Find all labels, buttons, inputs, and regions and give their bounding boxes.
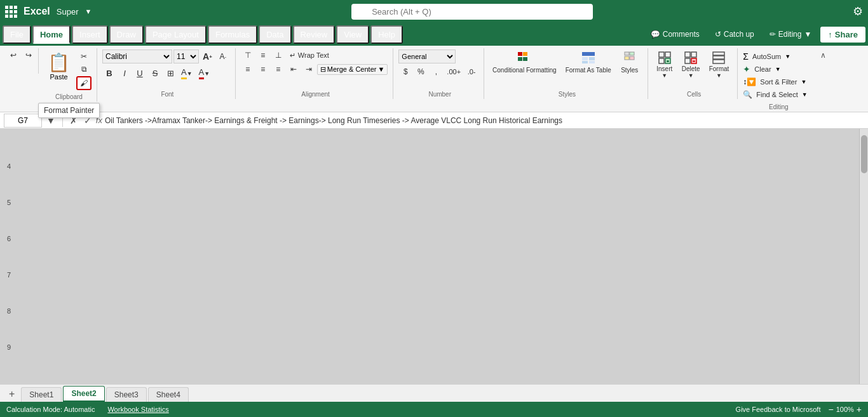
insert-dropdown-icon[interactable]: ▼ bbox=[661, 72, 667, 79]
cell-styles-button[interactable]: Styles bbox=[617, 50, 642, 76]
insert-cells-button[interactable]: Insert ▼ bbox=[653, 50, 676, 81]
workbook-stats[interactable]: Workbook Statistics bbox=[107, 406, 168, 413]
menu-help[interactable]: Help bbox=[370, 25, 403, 44]
menu-formulas[interactable]: Formulas bbox=[208, 25, 257, 44]
fill-color-button[interactable]: A▼ bbox=[179, 66, 195, 81]
row-numbers: 4 5 6 7 8 9 bbox=[0, 129, 13, 384]
format-table-button[interactable]: Format As Table bbox=[562, 50, 614, 76]
format-painter-button[interactable]: 🖌 bbox=[76, 76, 92, 90]
sort-filter-dropdown[interactable]: ▼ bbox=[801, 79, 806, 85]
add-sheet-button[interactable]: + bbox=[4, 387, 20, 402]
percent-button[interactable]: % bbox=[414, 66, 428, 77]
svg-rect-24 bbox=[713, 52, 724, 55]
copy-button[interactable]: ⧉ bbox=[76, 63, 92, 75]
paste-button[interactable]: 📋 Paste bbox=[44, 50, 74, 83]
styles-label: Styles bbox=[487, 91, 648, 98]
undo-button[interactable]: ↩ bbox=[6, 50, 20, 61]
comma-button[interactable]: , bbox=[429, 66, 443, 77]
format-dropdown-icon[interactable]: ▼ bbox=[716, 72, 722, 79]
user-dropdown-icon[interactable]: ▼ bbox=[85, 8, 92, 15]
share-button[interactable]: ↑ Share bbox=[820, 27, 865, 43]
underline-button[interactable]: U bbox=[133, 67, 147, 79]
menu-file[interactable]: File bbox=[3, 25, 31, 44]
dec-dec-button[interactable]: .0- bbox=[465, 66, 478, 77]
find-select-area: 🔍 Find & Select ▼ bbox=[743, 89, 807, 100]
clipboard-label: Clipboard bbox=[41, 93, 97, 100]
cut-icon: ✂ bbox=[81, 52, 87, 61]
sort-filter-area: ↕🔽 Sort & Filter ▼ bbox=[743, 76, 807, 88]
search-input[interactable] bbox=[351, 4, 593, 20]
formula-input[interactable] bbox=[105, 116, 864, 125]
autosum-dropdown-icon[interactable]: ▼ bbox=[785, 53, 790, 60]
italic-button[interactable]: I bbox=[118, 67, 132, 79]
comments-icon: 💬 bbox=[651, 30, 660, 39]
align-center-button[interactable]: ≡ bbox=[256, 63, 270, 75]
redo-button[interactable]: ↪ bbox=[22, 50, 36, 61]
indent-dec-button[interactable]: ⇤ bbox=[287, 63, 301, 75]
comments-button[interactable]: 💬 Comments bbox=[644, 27, 706, 41]
find-select-icon: 🔍 bbox=[743, 90, 752, 99]
merge-center-button[interactable]: ⊟ Merge & Center ▼ bbox=[317, 64, 388, 75]
merge-center-dropdown[interactable]: ▼ bbox=[377, 65, 384, 73]
sheet-tab-1[interactable]: Sheet1 bbox=[21, 387, 62, 402]
cut-button[interactable]: ✂ bbox=[76, 51, 92, 62]
svg-rect-21 bbox=[685, 58, 690, 63]
editing-button[interactable]: ✏ Editing ▼ bbox=[763, 27, 818, 41]
svg-rect-26 bbox=[713, 60, 724, 63]
zoom-in-button[interactable]: + bbox=[857, 404, 862, 414]
clear-button[interactable]: Clear bbox=[752, 63, 773, 75]
delete-dropdown-icon[interactable]: ▼ bbox=[688, 72, 694, 79]
autosum-button[interactable]: AutoSum bbox=[750, 51, 783, 62]
svg-rect-4 bbox=[582, 52, 595, 56]
conditional-formatting-button[interactable]: Conditional Formatting bbox=[489, 50, 560, 76]
settings-button[interactable]: ⚙ bbox=[853, 4, 863, 18]
strikethrough-button[interactable]: S bbox=[148, 67, 162, 79]
menu-draw[interactable]: Draw bbox=[109, 25, 144, 44]
wrap-text-button[interactable]: ↵ Wrap Text bbox=[287, 50, 332, 61]
ribbon-collapse-button[interactable]: ∧ bbox=[819, 50, 827, 61]
sheet-tab-2[interactable]: Sheet2 bbox=[63, 386, 104, 402]
vertical-scrollbar[interactable] bbox=[859, 129, 868, 384]
menu-data[interactable]: Data bbox=[259, 25, 291, 44]
align-left-button[interactable]: ≡ bbox=[241, 63, 255, 75]
menu-pagelayout[interactable]: Page Layout bbox=[145, 25, 207, 44]
catchup-button[interactable]: ↺ Catch up bbox=[709, 27, 761, 41]
svg-rect-25 bbox=[713, 56, 724, 59]
find-select-button[interactable]: Find & Select bbox=[754, 89, 800, 100]
clear-dropdown-icon[interactable]: ▼ bbox=[775, 66, 781, 72]
align-middle-button[interactable]: ≡ bbox=[256, 50, 270, 61]
indent-inc-button[interactable]: ⇥ bbox=[302, 63, 316, 75]
cell-reference-input[interactable] bbox=[4, 114, 42, 128]
font-grow-button[interactable]: A+ bbox=[200, 50, 215, 63]
align-bottom-button[interactable]: ⊥ bbox=[271, 50, 285, 61]
vertical-scroll-thumb[interactable] bbox=[861, 135, 867, 173]
font-color-button[interactable]: A▼ bbox=[196, 66, 213, 81]
sheet-tab-3[interactable]: Sheet3 bbox=[106, 387, 147, 402]
menu-view[interactable]: View bbox=[336, 25, 369, 44]
delete-cells-button[interactable]: Delete ▼ bbox=[679, 50, 703, 81]
font-size-select[interactable]: 11 bbox=[173, 50, 199, 63]
align-top-button[interactable]: ⊤ bbox=[241, 50, 255, 61]
grid-cells[interactable] bbox=[0, 129, 868, 384]
feedback-link[interactable]: Give Feedback to Microsoft bbox=[736, 406, 821, 413]
dec-inc-button[interactable]: .00+ bbox=[444, 66, 463, 77]
currency-button[interactable]: $ bbox=[398, 66, 412, 77]
align-right-button[interactable]: ≡ bbox=[271, 63, 285, 75]
menu-review[interactable]: Review bbox=[293, 25, 336, 44]
font-shrink-button[interactable]: A- bbox=[216, 51, 230, 62]
zoom-out-button[interactable]: − bbox=[828, 404, 833, 414]
menu-insert[interactable]: Insert bbox=[72, 25, 108, 44]
font-family-select[interactable]: Calibri bbox=[102, 50, 172, 63]
catchup-icon: ↺ bbox=[715, 30, 721, 39]
sort-filter-button[interactable]: Sort & Filter bbox=[757, 76, 799, 88]
bold-button[interactable]: B bbox=[102, 67, 116, 79]
number-format-select[interactable]: General bbox=[398, 50, 456, 63]
sheet-tab-4[interactable]: Sheet4 bbox=[148, 387, 189, 402]
find-select-dropdown[interactable]: ▼ bbox=[802, 91, 808, 98]
zoom-level: 100% bbox=[836, 406, 854, 413]
app-grid-icon[interactable] bbox=[5, 6, 17, 18]
format-cells-button[interactable]: Format ▼ bbox=[706, 50, 733, 81]
svg-rect-11 bbox=[625, 56, 629, 60]
border-button[interactable]: ⊞ bbox=[163, 67, 177, 79]
menu-home[interactable]: Home bbox=[32, 25, 71, 44]
